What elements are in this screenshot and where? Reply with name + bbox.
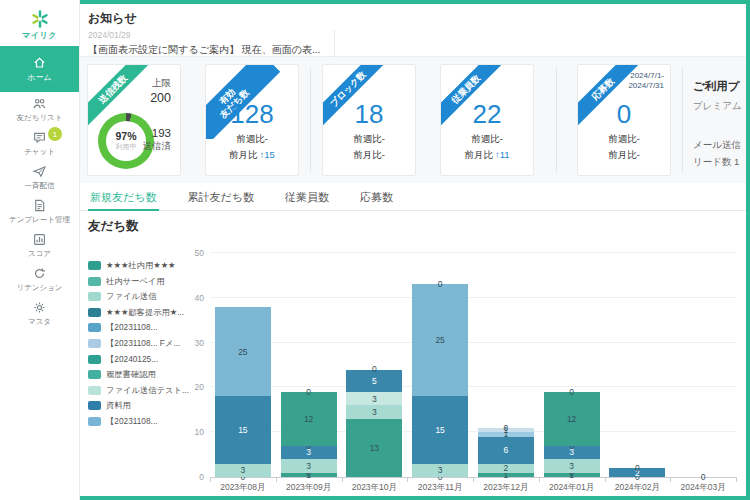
application-period: 2024/7/1- 2024/7/31 bbox=[628, 71, 664, 92]
week-compare: 前週比- bbox=[323, 133, 415, 146]
announcement-title: お知らせ bbox=[88, 10, 746, 27]
bar-2023年12月[interactable]: 126110 bbox=[478, 253, 534, 477]
legend-label: 社内サーベイ用 bbox=[106, 276, 165, 287]
y-axis-label: 30 bbox=[180, 338, 204, 348]
home-icon bbox=[32, 55, 47, 70]
sidebar-item-score[interactable]: スコア bbox=[0, 228, 79, 262]
y-axis-label: 20 bbox=[180, 382, 204, 392]
month-compare: 前月比↑15 bbox=[206, 149, 298, 162]
segment-value-label: 3 bbox=[281, 461, 337, 471]
main-content: お知らせ 2024/01/29 【画面表示設定に関するご案内】 現在、画面の表.… bbox=[80, 0, 750, 500]
legend-label: 【20231108... Fメ... bbox=[106, 338, 180, 349]
legend-swatch bbox=[88, 417, 101, 426]
plan-mail-line: メール送信 bbox=[693, 139, 746, 152]
sidebar-item-home[interactable]: ホーム bbox=[0, 46, 79, 92]
card-sending-remaining: 送信残数 上限 200 97% 利用中 193 送信済 bbox=[87, 64, 181, 176]
frame-top bbox=[80, 0, 750, 4]
y-axis-label: 0 bbox=[180, 472, 204, 482]
y-axis-label: 10 bbox=[180, 427, 204, 437]
sent-value: 193 bbox=[143, 127, 172, 139]
legend-label: ファイル送信テスト... bbox=[106, 385, 189, 396]
sidebar-item-template[interactable]: テンプレート管理 bbox=[0, 194, 79, 228]
tab-0[interactable]: 新規友だち数 bbox=[88, 183, 159, 211]
announcement-body[interactable]: 【画面表示設定に関するご案内】 現在、画面の表... bbox=[88, 43, 320, 57]
frame-right bbox=[746, 0, 750, 500]
segment-value-label: 3 bbox=[544, 461, 600, 471]
tab-2[interactable]: 従業員数 bbox=[283, 183, 331, 211]
month-compare: 前月比- bbox=[578, 149, 670, 162]
divider bbox=[310, 68, 311, 172]
tab-3[interactable]: 応募数 bbox=[358, 183, 395, 211]
sidebar-item-gear[interactable]: マスタ bbox=[0, 296, 79, 330]
chart-area: ★★★社内用★★★社内サーベイ用ファイル送信★★★顧客提示用★...【20231… bbox=[80, 240, 746, 496]
legend-swatch bbox=[88, 308, 101, 317]
segment-value-label: 13 bbox=[346, 443, 402, 453]
card-blocks: ブロック数 18 前週比- 前月比- bbox=[322, 64, 416, 176]
logo-text: マイリク bbox=[22, 30, 57, 41]
sidebar-item-chat[interactable]: チャット1 bbox=[0, 126, 79, 160]
legend-item[interactable]: 履歴書確認用 bbox=[88, 369, 189, 380]
legend-item[interactable]: 社内サーベイ用 bbox=[88, 276, 189, 287]
frame-bottom bbox=[80, 496, 750, 500]
bar-2023年11月[interactable]: 0315250 bbox=[412, 253, 468, 477]
segment-value-label: 0 bbox=[544, 387, 600, 397]
bar-2023年08月[interactable]: 031525 bbox=[215, 253, 271, 477]
block-count: 18 bbox=[323, 99, 415, 130]
segment-value-label: 0 bbox=[281, 387, 337, 397]
legend-item[interactable]: ★★★社内用★★★ bbox=[88, 260, 189, 271]
card-applications: 応募数 2024/7/1- 2024/7/31 0 前週比- 前月比- bbox=[577, 64, 671, 176]
legend-item[interactable]: ★★★顧客提示用★... bbox=[88, 307, 189, 318]
bar-2024年01月[interactable]: 10330120 bbox=[544, 253, 600, 477]
divider bbox=[556, 68, 557, 172]
x-axis-label: 2024年02月 bbox=[605, 482, 671, 494]
legend-item[interactable]: 【20231108... bbox=[88, 322, 189, 333]
logo-flower-icon bbox=[30, 9, 50, 29]
segment-value-label: 6 bbox=[478, 445, 534, 455]
tab-bar: 新規友だち数累計友だち数従業員数応募数 bbox=[80, 183, 746, 211]
segment-value-label: 3 bbox=[346, 394, 402, 404]
legend-label: 【20231108... bbox=[106, 416, 158, 427]
limit-value: 200 bbox=[150, 91, 171, 105]
legend-item[interactable]: ファイル送信 bbox=[88, 291, 189, 302]
sidebar-item-retention[interactable]: リテンション bbox=[0, 262, 79, 296]
legend-label: ★★★顧客提示用★... bbox=[106, 307, 184, 318]
chat-badge: 1 bbox=[48, 127, 62, 141]
x-axis-label: 2024年03月 bbox=[670, 482, 736, 494]
bar-2024年03月[interactable]: 0 bbox=[675, 253, 731, 477]
legend-item[interactable]: ファイル送信テスト... bbox=[88, 385, 189, 396]
sidebar-item-users[interactable]: 友だちリスト bbox=[0, 92, 79, 126]
x-axis-tick bbox=[736, 477, 737, 482]
sidebar-item-label: 一斉配信 bbox=[25, 181, 55, 191]
legend-label: 【20240125... bbox=[106, 354, 158, 365]
bar-2023年10月[interactable]: 133350 bbox=[346, 253, 402, 477]
send-icon bbox=[32, 164, 47, 179]
announcement-item[interactable]: 2024/01/29 【画面表示設定に関するご案内】 現在、画面の表... bbox=[88, 30, 335, 57]
sidebar-item-send[interactable]: 一斉配信 bbox=[0, 160, 79, 194]
tab-1[interactable]: 累計友だち数 bbox=[186, 183, 257, 211]
legend-item[interactable]: 【20240125... bbox=[88, 354, 189, 365]
plot-area: 010203040500315252023年08月103301202023年09… bbox=[210, 253, 736, 478]
retention-icon bbox=[32, 266, 47, 281]
sidebar-item-label: テンプレート管理 bbox=[9, 215, 70, 225]
segment-value-label: 12 bbox=[281, 414, 337, 424]
bar-2024年02月[interactable]: 020 bbox=[609, 253, 665, 477]
chart-section: 友だち数 ★★★社内用★★★社内サーベイ用ファイル送信★★★顧客提示用★...【… bbox=[80, 211, 746, 496]
announcement-date: 2024/01/29 bbox=[88, 30, 320, 40]
legend-item[interactable]: 資料用 bbox=[88, 400, 189, 411]
bar-2023年09月[interactable]: 10330120 bbox=[281, 253, 337, 477]
legend-swatch bbox=[88, 292, 101, 301]
legend-item[interactable]: 【20231108... bbox=[88, 416, 189, 427]
legend-item[interactable]: 【20231108... Fメ... bbox=[88, 338, 189, 349]
page: マイリク ホーム友だちリストチャット1一斉配信テンプレート管理スコアリテンション… bbox=[0, 0, 750, 500]
segment-value-label: 0 bbox=[412, 279, 468, 289]
sidebar-nav: ホーム友だちリストチャット1一斉配信テンプレート管理スコアリテンションマスタ bbox=[0, 46, 79, 330]
limit-label: 上限 bbox=[150, 77, 171, 90]
template-icon bbox=[32, 198, 47, 213]
segment-value-label: 15 bbox=[215, 425, 271, 435]
legend-label: 履歴書確認用 bbox=[106, 369, 156, 380]
app-logo[interactable]: マイリク bbox=[0, 0, 79, 46]
legend-swatch bbox=[88, 261, 101, 270]
segment-value-label: 25 bbox=[412, 335, 468, 345]
segment-value-label: 3 bbox=[215, 465, 271, 475]
segment-value-label: 15 bbox=[412, 425, 468, 435]
